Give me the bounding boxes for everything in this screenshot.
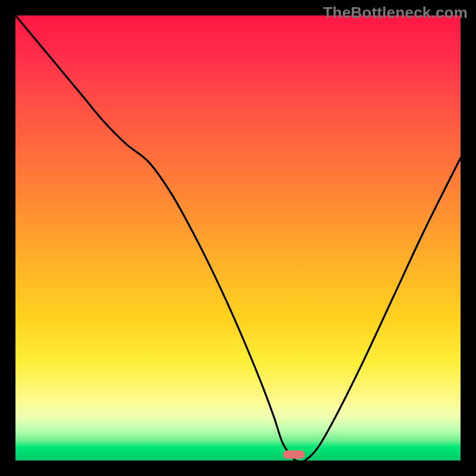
chart-frame: TheBottleneck.com [0, 0, 476, 476]
bottleneck-curve [15, 15, 461, 461]
watermark-text: TheBottleneck.com [323, 4, 468, 22]
plot-area [15, 15, 461, 461]
optimum-marker [283, 450, 305, 459]
